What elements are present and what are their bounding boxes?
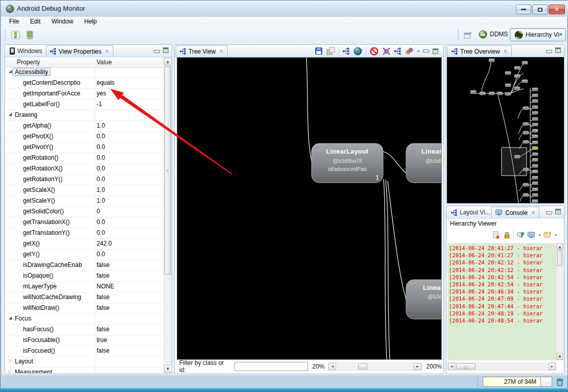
perspective-hierarchy-button[interactable]: Hierarchy Vi [510,28,566,41]
property-group-row[interactable]: ◢Focus [6,314,163,325]
property-row[interactable]: getAlpha()1.0 [6,121,163,132]
toolbar-drag-handle[interactable] [5,29,7,40]
panel-maximize-button[interactable] [163,47,169,53]
tab-tree-view[interactable]: Tree View ✕ [176,45,228,57]
panel-maximize-button[interactable] [433,48,438,54]
node-linearlayout-3[interactable]: Linear @b3d [406,280,441,319]
tab-console[interactable]: Console ✕ [491,207,539,218]
tab-close-icon[interactable]: ✕ [531,210,535,215]
zoom-in-button[interactable]: ► [414,363,421,370]
capture-device-button[interactable] [9,29,23,42]
property-group-row[interactable]: ▷Layout [6,357,163,368]
expand-icon[interactable]: ▷ [9,369,12,373]
property-row[interactable]: getScaleX()1.0 [6,185,163,196]
property-row[interactable]: getRotationY()0.0 [6,175,163,185]
tab-layout-view[interactable]: Layout Vi... [447,207,491,218]
node-linearlayout-2[interactable]: LinearL @b3d9 [406,143,441,183]
scroll-down-button[interactable]: ▼ [557,353,563,360]
collapse-icon[interactable]: ◢ [9,69,12,74]
perspective-ddms-button[interactable]: DDMS [475,28,512,40]
save-icon[interactable] [315,47,323,55]
property-row[interactable]: getTranslationY()0.0 [6,228,163,239]
pin-console-icon[interactable] [517,231,525,239]
invalidate-venn-icon[interactable] [405,47,414,55]
run-gc-button[interactable] [554,376,565,388]
console-hscrollbar[interactable]: ◄ ||| ► [447,362,556,371]
property-row[interactable]: getPivotY()0.0 [6,142,163,153]
property-row[interactable]: getImportantForAcceyes [6,89,163,100]
property-row[interactable]: getRotationX()0.0 [6,164,163,175]
property-row[interactable]: getRotation()0.0 [6,153,163,164]
collapse-icon[interactable]: ◢ [9,315,12,320]
panel-minimize-button[interactable] [546,50,552,53]
collapse-icon[interactable]: ◢ [9,112,12,116]
scrollbar-thumb[interactable] [557,251,562,266]
panel-minimize-button[interactable] [154,50,160,53]
layout-tree-icon[interactable] [394,47,401,55]
open-console-dropdown-icon[interactable]: ▾ [555,233,557,237]
scrollbar-thumb[interactable]: ≡ [164,66,171,275]
property-row[interactable]: isFocused()false [6,346,163,357]
open-console-icon[interactable] [543,231,552,238]
scroll-right-button[interactable]: ► [549,363,556,370]
tab-tree-overview[interactable]: Tree Overview ✕ [447,45,512,57]
tab-close-icon[interactable]: ✕ [504,48,508,54]
node-linearlayout-advancedpad[interactable]: LinearLayout @b3d9ba78 id/advancedPad 1 [312,143,383,183]
stop-loading-icon[interactable] [370,47,378,56]
menu-edit[interactable]: Edit [26,17,45,25]
console-log[interactable]: [2014-06-24 20:41:27 - hierar[2014-06-24… [447,243,557,360]
perspective-overflow-chevron[interactable]: » [559,31,562,38]
scroll-left-button[interactable]: ◄ [448,363,455,370]
menu-help[interactable]: Help [80,17,102,25]
property-row[interactable]: mLayerTypeNONE [6,282,163,292]
center-view-icon[interactable] [382,47,391,56]
property-group-row[interactable]: ◢Drawing [6,110,163,121]
filter-input[interactable] [234,362,308,371]
property-group-row[interactable]: ◢Accessibility [6,67,163,78]
property-row[interactable]: getContentDescriptioequals [6,78,163,89]
scrollbar-thumb[interactable]: ||| [456,363,476,370]
scroll-up-button[interactable]: ▲ [557,243,563,250]
perspective-drag-handle[interactable] [458,29,460,40]
title-bar[interactable]: Android Debug Monitor ✕ [1,1,568,17]
scroll-down-button[interactable]: ▼ [164,365,171,373]
property-row[interactable]: getScaleY()1.0 [6,196,163,207]
export-layers-icon[interactable] [326,47,335,55]
clear-console-icon[interactable] [492,231,500,239]
property-row[interactable]: getSolidColor()0 [6,207,163,217]
scroll-lock-icon[interactable] [503,231,510,239]
window-maximize-button[interactable] [532,5,548,14]
property-row[interactable]: willNotDraw()false [6,303,163,314]
panel-minimize-button[interactable] [423,50,429,53]
zoom-slider-thumb[interactable] [358,363,367,370]
status-drag-handle[interactable] [477,377,480,387]
property-row[interactable]: hasFocus()false [6,325,163,335]
tree-view-canvas[interactable]: LinearLayout @b3d9ba78 id/advancedPad 1 … [177,57,442,360]
panel-maximize-button[interactable] [555,209,561,214]
toolbar-dropdown-icon[interactable]: ▾ [417,49,419,54]
tab-windows[interactable]: Windows [6,45,46,57]
properties-scrollbar[interactable]: ▲ ≡ ▼ [163,57,171,373]
property-row[interactable]: getY()0.0 [6,250,163,260]
viewport-rectangle[interactable] [502,148,527,176]
property-row[interactable]: isOpaque()false [6,271,163,282]
menu-window[interactable]: Window [47,17,78,25]
globe-icon[interactable] [353,47,362,56]
tree-overview-map[interactable] [447,57,564,203]
property-row[interactable]: getTranslationX()0.0 [6,217,163,228]
display-console-icon[interactable] [528,232,535,238]
tab-view-properties[interactable]: View Properties ✕ [46,45,113,57]
menu-file[interactable]: File [5,17,23,25]
open-perspective-button[interactable] [461,29,475,42]
load-hierarchy-icon[interactable] [343,47,350,55]
property-row[interactable]: getX()242.0 [6,239,163,250]
panel-maximize-button[interactable] [555,47,561,53]
property-group-row[interactable]: ▷Measurement [6,368,163,373]
zoom-slider[interactable]: ◄ ► [328,362,422,371]
scroll-up-button[interactable]: ▲ [164,58,171,65]
property-row[interactable]: willNotCacheDrawingfalse [6,292,163,303]
expand-icon[interactable]: ▷ [9,358,12,363]
tab-close-icon[interactable]: ✕ [105,48,109,54]
panel-minimize-button[interactable] [546,211,552,214]
window-close-button[interactable]: ✕ [549,5,565,14]
